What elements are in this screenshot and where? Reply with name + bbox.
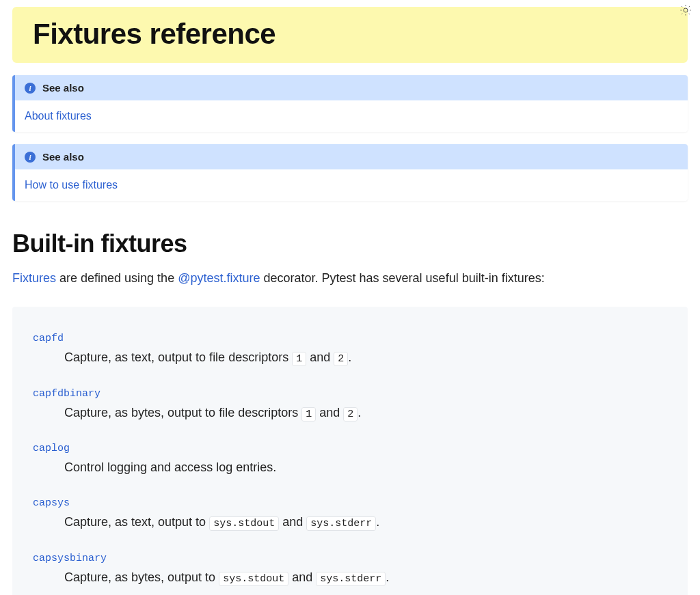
fixture-name-link[interactable]: caplog (33, 443, 70, 454)
pytest-fixture-decorator-link[interactable]: @pytest.fixture (178, 271, 260, 285)
svg-line-7 (689, 6, 690, 7)
code-literal: sys.stderr (316, 572, 386, 586)
fixture-description: Capture, as bytes, output to file descri… (64, 404, 667, 423)
svg-line-6 (689, 14, 690, 14)
code-literal: sys.stdout (209, 516, 279, 531)
svg-line-8 (682, 14, 682, 14)
fixture-description: Control logging and access log entries. (64, 458, 667, 477)
code-literal: 1 (301, 407, 316, 421)
see-also-label: See also (42, 82, 84, 94)
code-literal: 2 (334, 352, 348, 366)
fixtures-link[interactable]: Fixtures (12, 271, 56, 285)
intro-text: are defined using the (56, 271, 178, 285)
fixture-name-link[interactable]: capfdbinary (33, 388, 100, 400)
fixture-item-capfdbinary: capfdbinary Capture, as bytes, output to… (33, 387, 667, 423)
page-title: Fixtures reference (12, 7, 688, 63)
info-icon: i (25, 83, 36, 94)
code-literal: sys.stdout (219, 572, 288, 586)
section-title: Built-in fixtures (12, 230, 688, 258)
fixture-item-caplog: caplog Control logging and access log en… (33, 441, 667, 477)
see-also-link-how-to-use-fixtures[interactable]: How to use fixtures (25, 179, 118, 191)
code-literal: sys.stderr (306, 516, 376, 531)
theme-toggle-button[interactable] (679, 4, 692, 20)
svg-point-0 (684, 8, 688, 12)
fixture-name-link[interactable]: capsysbinary (33, 553, 107, 564)
see-also-body: About fixtures (15, 100, 688, 132)
fixture-description: Capture, as text, output to file descrip… (64, 348, 667, 368)
see-also-header: i See also (15, 144, 688, 169)
svg-line-5 (682, 6, 682, 7)
intro-text: decorator. Pytest has several useful bui… (260, 271, 544, 285)
fixture-name-link[interactable]: capfd (33, 333, 64, 344)
fixture-description: Capture, as bytes, output to sys.stdout … (64, 568, 667, 587)
see-also-link-about-fixtures[interactable]: About fixtures (25, 110, 92, 122)
fixture-item-capsysbinary: capsysbinary Capture, as bytes, output t… (33, 551, 667, 587)
code-literal: 1 (292, 352, 306, 366)
fixture-description: Capture, as text, output to sys.stdout a… (64, 513, 667, 532)
main-content: Fixtures reference i See also About fixt… (0, 7, 700, 595)
code-literal: 2 (343, 407, 358, 421)
see-also-label: See also (42, 151, 84, 163)
see-also-body: How to use fixtures (15, 169, 688, 201)
intro-paragraph: Fixtures are defined using the @pytest.f… (12, 269, 688, 288)
info-icon: i (25, 152, 36, 163)
sun-moon-icon (679, 4, 692, 16)
see-also-box: i See also About fixtures (12, 75, 688, 132)
fixture-item-capsys: capsys Capture, as text, output to sys.s… (33, 496, 667, 532)
see-also-header: i See also (15, 75, 688, 100)
see-also-box: i See also How to use fixtures (12, 144, 688, 201)
fixture-item-capfd: capfd Capture, as text, output to file d… (33, 331, 667, 368)
fixture-name-link[interactable]: capsys (33, 497, 70, 509)
fixtures-definition-list: capfd Capture, as text, output to file d… (12, 307, 688, 595)
